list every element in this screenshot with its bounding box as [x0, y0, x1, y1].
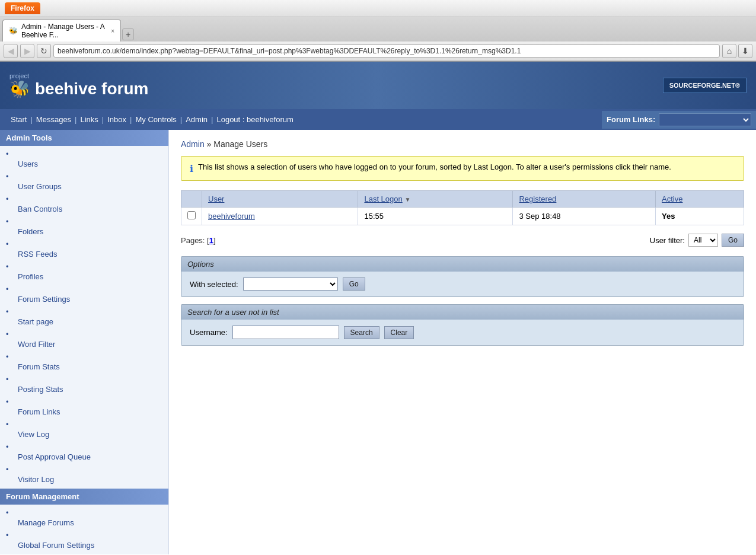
- with-selected-label: With selected:: [190, 280, 238, 289]
- nav-messages[interactable]: Messages: [33, 113, 75, 126]
- sourceforge-button[interactable]: SOURCEFORGE.NET®: [663, 78, 747, 93]
- sidebar-link-word-filter[interactable]: Word Filter: [6, 339, 168, 350]
- sidebar-item-start-page[interactable]: Start page: [0, 306, 168, 328]
- sidebar-item-posting-stats[interactable]: Posting Stats: [0, 374, 168, 396]
- sidebar-item-post-approval[interactable]: Post Approval Queue: [0, 441, 168, 464]
- breadcrumb-admin[interactable]: Admin: [181, 139, 205, 149]
- user-link[interactable]: beehiveforum: [208, 212, 255, 221]
- forward-button[interactable]: ▶: [20, 44, 34, 58]
- sidebar-item-folders[interactable]: Folders: [0, 216, 168, 238]
- search-box: Search for a user not in list Username: …: [181, 304, 744, 346]
- pages-section: Pages: [1]: [181, 236, 216, 245]
- active-tab[interactable]: 🐝 Admin - Manage Users - A Beehive F... …: [2, 20, 121, 42]
- sidebar-link-users[interactable]: Users: [6, 158, 168, 170]
- checkbox-col-header: [181, 191, 202, 208]
- nav-right-buttons: ⌂ ⬇: [722, 44, 752, 58]
- table-header: User Last Logon ▼ Registered Active: [181, 191, 744, 208]
- sidebar-item-visitor-log[interactable]: Visitor Log: [0, 464, 168, 486]
- breadcrumb-current: Manage Users: [213, 139, 267, 149]
- with-selected-select[interactable]: [243, 278, 338, 291]
- sidebar-link-user-groups[interactable]: User Groups: [6, 181, 168, 192]
- firefox-menu-button[interactable]: Firefox: [5, 2, 40, 14]
- tab-favicon: 🐝: [9, 27, 18, 35]
- sidebar-link-forum-stats[interactable]: Forum Stats: [6, 361, 168, 372]
- sidebar-item-ban-controls[interactable]: Ban Controls: [0, 193, 168, 216]
- search-button[interactable]: Search: [344, 326, 379, 339]
- sidebar-link-forum-links[interactable]: Forum Links: [6, 406, 168, 417]
- sidebar-link-forum-settings[interactable]: Forum Settings: [6, 294, 168, 305]
- clear-button[interactable]: Clear: [384, 326, 414, 339]
- sidebar-link-visitor-log[interactable]: Visitor Log: [6, 474, 168, 485]
- sidebar-link-view-log[interactable]: View Log: [6, 429, 168, 440]
- browser-tabbar: 🐝 Admin - Manage Users - A Beehive F... …: [0, 17, 756, 42]
- sidebar-item-users[interactable]: Users: [0, 148, 168, 171]
- new-tab-button[interactable]: +: [122, 28, 134, 40]
- row-checkbox[interactable]: [187, 211, 196, 219]
- row-registered-cell: 3 Sep 18:48: [513, 208, 656, 225]
- sidebar-item-user-groups[interactable]: User Groups: [0, 171, 168, 193]
- sidebar-link-rss-feeds[interactable]: RSS Feeds: [6, 248, 168, 260]
- tab-close-button[interactable]: ×: [111, 28, 114, 34]
- browser-window: Firefox 🐝 Admin - Manage Users - A Beehi…: [0, 0, 756, 62]
- breadcrumb: Admin » Manage Users: [181, 139, 744, 149]
- filter-go-button[interactable]: Go: [722, 234, 744, 247]
- forum-management-list: Manage Forums Global Forum Settings: [0, 505, 168, 554]
- logo-bee-icon: 🐝: [9, 79, 30, 99]
- last-logon-col-header: Last Logon ▼: [358, 191, 513, 208]
- page-1-number: 1: [209, 236, 213, 245]
- sidebar-item-forum-links[interactable]: Forum Links: [0, 396, 168, 419]
- forum-links-select[interactable]: [659, 113, 751, 126]
- sidebar-link-posting-stats[interactable]: Posting Stats: [6, 384, 168, 395]
- info-message: This list shows a selection of users who…: [198, 162, 671, 171]
- sidebar-link-manage-forums[interactable]: Manage Forums: [6, 517, 168, 528]
- sidebar-item-rss-feeds[interactable]: RSS Feeds: [0, 238, 168, 261]
- sidebar-item-profiles[interactable]: Profiles: [0, 261, 168, 283]
- row-checkbox-cell: [181, 208, 202, 225]
- nav-my-controls[interactable]: My Controls: [132, 113, 180, 126]
- refresh-button[interactable]: ↻: [37, 44, 51, 58]
- filter-section: User filter: All A-Z 0-9 Go: [650, 234, 744, 247]
- sort-arrow-icon: ▼: [404, 196, 410, 203]
- sidebar-link-global-forum-settings[interactable]: Global Forum Settings: [6, 540, 168, 551]
- user-filter-select[interactable]: All A-Z 0-9: [688, 234, 718, 247]
- table-body: beehiveforum 15:55 3 Sep 18:48 Yes: [181, 208, 744, 225]
- logo-project-text: project: [9, 72, 148, 79]
- nav-links[interactable]: Links: [77, 113, 102, 126]
- sidebar-link-ban-controls[interactable]: Ban Controls: [6, 203, 168, 215]
- nav-inbox[interactable]: Inbox: [104, 113, 130, 126]
- download-button[interactable]: ⬇: [738, 44, 752, 58]
- options-go-button[interactable]: Go: [343, 278, 365, 291]
- nav-admin[interactable]: Admin: [182, 113, 211, 126]
- address-bar[interactable]: [53, 44, 720, 58]
- username-search-input[interactable]: [232, 326, 339, 339]
- sidebar-link-folders[interactable]: Folders: [6, 226, 168, 237]
- site-header: project 🐝 beehive forum SOURCEFORGE.NET®: [0, 62, 756, 109]
- sidebar-link-start-page[interactable]: Start page: [6, 316, 168, 327]
- breadcrumb-sep: »: [207, 139, 214, 149]
- sidebar-link-post-approval[interactable]: Post Approval Queue: [6, 451, 168, 462]
- admin-tools-list: Users User Groups Ban Controls Folders R…: [0, 146, 168, 489]
- sidebar-item-forum-stats[interactable]: Forum Stats: [0, 351, 168, 374]
- nav-start[interactable]: Start: [7, 113, 30, 126]
- site-nav-links: Start | Messages | Links | Inbox | My Co…: [0, 109, 304, 130]
- user-filter-label: User filter:: [650, 236, 685, 245]
- sidebar-item-view-log[interactable]: View Log: [0, 419, 168, 441]
- browser-navbar: ◀ ▶ ↻ ⌂ ⬇: [0, 42, 756, 61]
- nav-logout[interactable]: Logout : beehiveforum: [213, 113, 296, 126]
- sidebar-item-word-filter[interactable]: Word Filter: [0, 328, 168, 351]
- registered-sort-link[interactable]: Registered: [519, 194, 556, 203]
- pages-label: Pages:: [181, 236, 205, 245]
- last-logon-sort-link[interactable]: Last Logon: [364, 194, 402, 203]
- user-sort-link[interactable]: User: [208, 194, 224, 203]
- back-button[interactable]: ◀: [4, 44, 18, 58]
- sidebar-link-profiles[interactable]: Profiles: [6, 271, 168, 282]
- sidebar-item-forum-settings[interactable]: Forum Settings: [0, 283, 168, 306]
- username-label: Username:: [190, 328, 228, 337]
- sidebar-item-global-forum-settings[interactable]: Global Forum Settings: [0, 530, 168, 552]
- active-sort-link[interactable]: Active: [662, 194, 682, 203]
- page-1-link[interactable]: 1: [209, 236, 213, 245]
- logo-beehive-text: beehive forum: [35, 79, 148, 98]
- tab-title: Admin - Manage Users - A Beehive F...: [21, 23, 107, 39]
- sidebar-item-manage-forums[interactable]: Manage Forums: [0, 507, 168, 530]
- home-button[interactable]: ⌂: [722, 44, 736, 58]
